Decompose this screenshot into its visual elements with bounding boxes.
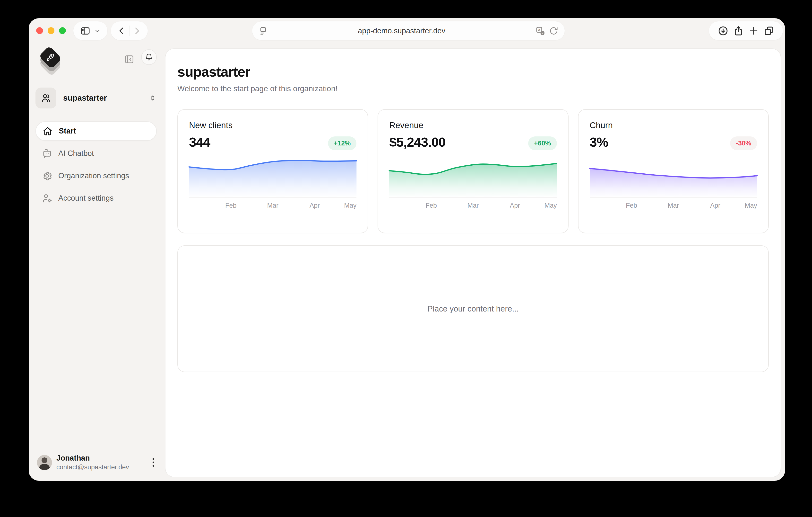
app-sidebar: supastarter Start bbox=[29, 46, 165, 481]
home-icon bbox=[42, 126, 53, 136]
stat-card-new-clients: New clients 344 +12% Feb Mar Apr May bbox=[177, 109, 368, 233]
sidebar-item-label: Account settings bbox=[58, 194, 113, 202]
collapse-sidebar-icon[interactable] bbox=[124, 54, 135, 65]
share-icon[interactable] bbox=[733, 26, 744, 36]
x-axis-label: Apr bbox=[510, 202, 520, 209]
sidebar-item-account-settings[interactable]: Account settings bbox=[35, 188, 157, 208]
chevron-down-icon[interactable] bbox=[94, 28, 100, 34]
desktop-background: app-demo.supastarter.dev A x bbox=[0, 0, 812, 517]
bell-icon bbox=[145, 53, 153, 61]
x-axis: Feb Mar Apr May bbox=[189, 202, 356, 212]
x-axis-label: Feb bbox=[225, 202, 237, 209]
toggle-sidebar-icon[interactable] bbox=[80, 26, 90, 36]
downloads-icon[interactable] bbox=[718, 26, 728, 36]
svg-text:A: A bbox=[538, 28, 541, 32]
browser-toolbar: app-demo.supastarter.dev A x bbox=[29, 18, 785, 46]
sidebar-nav: Start AI Chatbot bbox=[35, 121, 157, 208]
area-chart bbox=[590, 159, 757, 197]
gear-icon bbox=[42, 170, 53, 181]
sidebar-item-ai-chatbot[interactable]: AI Chatbot bbox=[35, 144, 157, 163]
tab-overview-icon[interactable] bbox=[764, 26, 774, 36]
toolbar-actions-group bbox=[709, 21, 783, 40]
x-axis-label: Feb bbox=[426, 202, 437, 209]
organization-name: supastarter bbox=[63, 93, 148, 103]
sparkline-chart bbox=[189, 159, 356, 198]
user-email: contact@supastarter.dev bbox=[56, 463, 150, 471]
stat-card-churn: Churn 3% -30% Feb Mar Apr May bbox=[578, 109, 769, 233]
translate-icon[interactable]: A x bbox=[535, 26, 545, 36]
close-window-button[interactable] bbox=[36, 27, 43, 34]
address-bar[interactable]: app-demo.supastarter.dev A x bbox=[252, 21, 565, 40]
sparkline-chart bbox=[590, 159, 757, 198]
x-axis-label: Mar bbox=[267, 202, 279, 209]
stat-title: Revenue bbox=[389, 120, 557, 130]
placeholder-text: Place your content here... bbox=[427, 304, 519, 314]
content-placeholder-card: Place your content here... bbox=[177, 245, 769, 372]
new-tab-icon[interactable] bbox=[748, 26, 759, 36]
forward-icon[interactable] bbox=[132, 26, 142, 36]
browser-window: app-demo.supastarter.dev A x bbox=[29, 18, 785, 481]
stat-title: Churn bbox=[590, 120, 757, 130]
sparkline-chart bbox=[389, 159, 557, 198]
chevrons-up-down-icon bbox=[148, 94, 157, 102]
user-name: Jonathan bbox=[56, 454, 150, 463]
svg-text:x: x bbox=[542, 32, 543, 34]
sidebar-item-label: Start bbox=[59, 127, 76, 135]
user-profile[interactable]: Jonathan contact@supastarter.dev bbox=[37, 454, 157, 471]
page-subtitle: Welcome to the start page of this organi… bbox=[177, 84, 769, 93]
change-badge: -30% bbox=[730, 136, 757, 150]
x-axis-label: Apr bbox=[310, 202, 320, 209]
organization-selector[interactable]: supastarter bbox=[35, 87, 157, 109]
history-nav-group bbox=[111, 21, 148, 40]
x-axis: Feb Mar Apr May bbox=[389, 202, 557, 212]
stat-title: New clients bbox=[189, 120, 356, 130]
user-menu-icon[interactable] bbox=[150, 456, 157, 469]
x-axis-label: May bbox=[344, 202, 356, 209]
window-controls bbox=[36, 27, 66, 34]
change-badge: +12% bbox=[328, 136, 357, 150]
sidebar-item-label: Organization settings bbox=[58, 171, 129, 180]
sidebar-item-organization-settings[interactable]: Organization settings bbox=[35, 166, 157, 186]
divider bbox=[129, 26, 129, 36]
page-title: supastarter bbox=[177, 63, 769, 80]
area-chart bbox=[189, 159, 356, 197]
area-chart bbox=[389, 159, 557, 197]
back-icon[interactable] bbox=[117, 26, 126, 36]
stat-card-revenue: Revenue $5,243.00 +60% Feb Mar Apr May bbox=[378, 109, 568, 233]
app-logo[interactable] bbox=[36, 48, 67, 73]
x-axis-label: Mar bbox=[467, 202, 479, 209]
sidebar-item-label: AI Chatbot bbox=[58, 149, 94, 158]
user-gear-icon bbox=[42, 193, 53, 203]
sidebar-toggle-group bbox=[74, 21, 107, 40]
users-icon bbox=[35, 87, 56, 108]
x-axis: Feb Mar Apr May bbox=[590, 202, 757, 212]
x-axis-label: Mar bbox=[668, 202, 679, 209]
x-axis-label: May bbox=[545, 202, 557, 209]
x-axis-label: Feb bbox=[626, 202, 637, 209]
chatbot-icon bbox=[42, 148, 53, 159]
stats-cards-row: New clients 344 +12% Feb Mar Apr May Rev… bbox=[177, 109, 769, 233]
page-settings-icon[interactable] bbox=[259, 26, 268, 35]
minimize-window-button[interactable] bbox=[48, 27, 54, 34]
notifications-button[interactable] bbox=[141, 49, 157, 65]
reload-icon[interactable] bbox=[549, 26, 558, 35]
zoom-window-button[interactable] bbox=[59, 27, 66, 34]
sidebar-item-start[interactable]: Start bbox=[35, 121, 157, 141]
url-text[interactable]: app-demo.supastarter.dev bbox=[268, 27, 535, 35]
x-axis-label: Apr bbox=[710, 202, 720, 209]
change-badge: +60% bbox=[528, 136, 557, 150]
user-avatar bbox=[37, 455, 52, 470]
main-content-panel: supastarter Welcome to the start page of… bbox=[165, 48, 781, 478]
x-axis-label: May bbox=[745, 202, 757, 209]
